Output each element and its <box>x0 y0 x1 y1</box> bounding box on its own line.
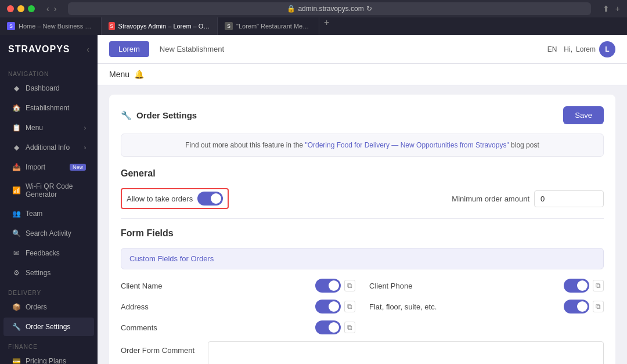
language-button[interactable]: EN <box>547 45 557 53</box>
menu-icon: 📋 <box>12 123 21 132</box>
menu-arrow-icon: › <box>84 125 86 131</box>
info-banner-text: Find out more about this feature in the <box>185 141 303 149</box>
tab2-label: Stravopys Admin – Lorem – Order Settings <box>118 23 210 30</box>
sidebar-item-import[interactable]: 📥 Import New <box>3 158 94 176</box>
comments-controls: ⧉ <box>315 320 355 334</box>
tab3-label: "Lorem" Restaurant Menu | Stravopys <box>236 23 312 30</box>
lock-icon: 🔒 <box>287 5 296 13</box>
address-edit-icon[interactable]: ⧉ <box>344 301 355 312</box>
allow-orders-toggle[interactable] <box>197 192 223 206</box>
new-tab-button[interactable]: + <box>319 17 334 35</box>
sidebar-logo-area: STRAVOPYS ‹ <box>0 35 98 64</box>
address-toggle[interactable] <box>315 300 341 313</box>
sidebar-collapse-button[interactable]: ‹ <box>87 45 89 54</box>
sidebar-item-wifi-qr[interactable]: 📶 Wi-Fi QR Code Generator <box>3 178 94 203</box>
sidebar-item-label-search-activity: Search Activity <box>26 229 71 237</box>
sidebar-item-additional-info[interactable]: ◆ Additional Info › <box>3 138 94 157</box>
order-form-comment-row: Order Form Comment <box>121 341 604 364</box>
sidebar-item-feedbacks[interactable]: ✉ Feedbacks <box>3 244 94 262</box>
client-name-label: Client Name <box>121 282 163 290</box>
client-name-field: Client Name ⧉ <box>121 279 355 293</box>
flat-floor-slider <box>564 300 589 313</box>
bell-icon[interactable]: 🔔 <box>134 70 144 79</box>
save-button[interactable]: Save <box>563 106 604 124</box>
refresh-icon: ↻ <box>366 5 372 13</box>
sidebar-item-search-activity[interactable]: 🔍 Search Activity <box>3 224 94 243</box>
browser-tab-2[interactable]: S Stravopys Admin – Lorem – Order Settin… <box>102 17 218 35</box>
back-button[interactable]: ‹ <box>46 4 49 13</box>
main-content: Lorem New Establishment EN Hi, Lorem L M… <box>98 35 627 364</box>
finance-section-label: FINANCE <box>0 340 98 351</box>
dot-green[interactable] <box>28 5 35 12</box>
tab1-favicon: S <box>7 22 15 30</box>
feedbacks-icon: ✉ <box>12 248 21 258</box>
flat-floor-field: Flat, floor, suite, etc. ⧉ <box>369 300 604 313</box>
sidebar-item-team[interactable]: 👥 Team <box>3 204 94 223</box>
wrench-icon: 🔧 <box>121 110 132 121</box>
comments-toggle[interactable] <box>315 320 341 334</box>
pricing-plans-icon: 💳 <box>12 356 21 364</box>
comments-label: Comments <box>121 323 157 332</box>
delivery-section-label: DELIVERY <box>0 286 98 297</box>
sidebar-item-label-settings: Settings <box>26 269 51 277</box>
sidebar-item-settings[interactable]: ⚙ Settings <box>3 264 94 282</box>
info-banner-link[interactable]: "Ordering Food for Delivery — New Opport… <box>305 141 509 149</box>
team-icon: 👥 <box>12 209 21 218</box>
client-name-controls: ⧉ <box>315 279 355 293</box>
search-activity-icon: 🔍 <box>12 229 21 238</box>
address-controls: ⧉ <box>315 300 355 313</box>
address-label: Address <box>121 302 149 311</box>
order-settings-card: 🔧 Order Settings Save Find out more abou… <box>109 95 615 364</box>
sidebar-item-label-import: Import <box>26 163 45 171</box>
min-order-input[interactable] <box>534 190 604 207</box>
flat-floor-edit-icon[interactable]: ⧉ <box>593 301 604 312</box>
sidebar-item-label-pricing-plans: Pricing Plans <box>26 357 66 364</box>
new-tab-icon[interactable]: + <box>615 4 620 13</box>
address-bar[interactable]: 🔒 admin.stravopys.com ↻ <box>68 2 590 15</box>
header-tab-lorem[interactable]: Lorem <box>109 41 149 57</box>
info-banner-suffix: blog post <box>511 141 539 149</box>
import-icon: 📥 <box>12 163 21 172</box>
dashboard-icon: ◆ <box>12 84 21 93</box>
custom-fields-link[interactable]: Custom Fields for Orders <box>129 254 214 263</box>
order-form-comment-label: Order Form Comment <box>121 341 196 355</box>
browser-tab-1[interactable]: S Home – New Business – Stripe [Test] <box>0 17 102 35</box>
sidebar-item-establishment[interactable]: 🏠 Establishment <box>3 99 94 117</box>
card-title-text: Order Settings <box>136 110 197 120</box>
client-phone-edit-icon[interactable]: ⧉ <box>593 280 604 291</box>
sidebar-item-menu[interactable]: 📋 Menu › <box>3 118 94 137</box>
min-order-label: Minimum order amount <box>452 194 529 203</box>
flat-floor-toggle[interactable] <box>564 300 589 313</box>
sidebar-item-label-establishment: Establishment <box>26 104 69 112</box>
share-icon[interactable]: ⬆ <box>603 4 610 13</box>
dot-yellow[interactable] <box>17 5 24 12</box>
sidebar-item-dashboard[interactable]: ◆ Dashboard <box>3 79 94 98</box>
browser-dots <box>7 5 35 12</box>
client-name-edit-icon[interactable]: ⧉ <box>344 280 355 291</box>
allow-orders-slider <box>197 192 223 206</box>
card-title: 🔧 Order Settings <box>121 110 197 121</box>
settings-icon: ⚙ <box>12 268 21 277</box>
sidebar-item-pricing-plans[interactable]: 💳 Pricing Plans <box>3 352 94 364</box>
page-title: Menu <box>109 70 129 79</box>
sidebar-item-orders[interactable]: 📦 Orders <box>3 298 94 316</box>
client-name-toggle[interactable] <box>315 279 341 293</box>
tab3-favicon: S <box>225 22 233 30</box>
min-order-control: Minimum order amount <box>452 190 604 207</box>
order-form-comment-textarea[interactable] <box>208 341 604 364</box>
forward-button[interactable]: › <box>54 4 57 13</box>
client-phone-toggle[interactable] <box>564 279 589 293</box>
allow-orders-label: Allow to take orders <box>127 194 193 203</box>
allow-orders-row: Allow to take orders Minimum order amoun… <box>121 188 604 209</box>
dot-red[interactable] <box>7 5 14 12</box>
comments-edit-icon[interactable]: ⧉ <box>344 322 355 333</box>
client-phone-label: Client Phone <box>369 282 412 290</box>
sidebar-item-order-settings[interactable]: 🔧 Order Settings <box>3 318 94 336</box>
sidebar-item-label-additional-info: Additional Info <box>26 143 70 152</box>
address-slider <box>315 300 341 313</box>
header-tab-new-establishment[interactable]: New Establishment <box>150 41 233 57</box>
sidebar-item-label-orders: Orders <box>26 303 47 311</box>
browser-tab-3[interactable]: S "Lorem" Restaurant Menu | Stravopys <box>218 17 319 35</box>
user-avatar[interactable]: L <box>599 41 615 57</box>
address-field: Address ⧉ <box>121 300 355 313</box>
